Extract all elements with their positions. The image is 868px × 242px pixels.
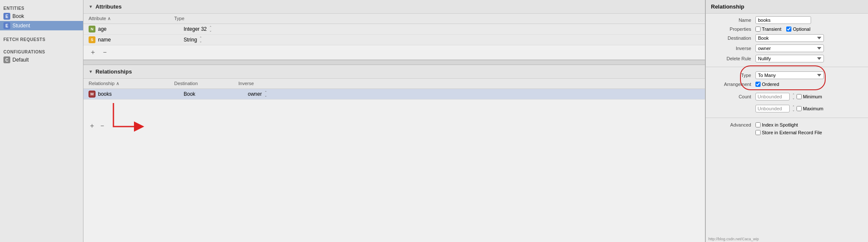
rel-col-inv-header: Inverse: [238, 81, 324, 86]
stepper-name[interactable]: ⌃⌄: [199, 36, 202, 43]
properties-label: Properties: [711, 27, 754, 32]
divider-2: [706, 118, 868, 118]
table-row[interactable]: S name String ⌃⌄: [83, 35, 705, 45]
transient-label-text: Transient: [762, 27, 781, 32]
remove-attribute-button[interactable]: －: [101, 48, 109, 57]
inverse-label: Inverse: [711, 46, 754, 51]
relationships-add-remove-bar: ＋ －: [89, 121, 106, 130]
advanced-label: Advanced: [711, 122, 754, 127]
destination-select[interactable]: Book: [755, 34, 824, 42]
center-panel: ▼ Attributes Attribute ∧ Type N age Inte…: [83, 0, 705, 242]
url-bar: http://blog.csdn.net/Caca_wip: [706, 236, 868, 242]
attr-name-type: String ⌃⌄: [184, 36, 700, 43]
s-attr-icon: S: [89, 36, 95, 43]
sidebar-item-book[interactable]: E Book: [0, 12, 83, 21]
count-label: Count: [711, 94, 754, 99]
destination-label: Destination: [711, 35, 754, 41]
attr-name-name: name: [98, 37, 184, 43]
count-min-stepper[interactable]: ⌃⌄: [792, 93, 795, 100]
arrow-area: ＋ －: [83, 100, 705, 134]
table-row[interactable]: N age Integer 32 ⌃⌄: [83, 24, 705, 35]
maximum-checkbox-label[interactable]: Maximum: [797, 106, 823, 111]
inverse-select[interactable]: owner: [755, 44, 824, 52]
rel-col-name-header: Relationship ∧: [89, 81, 174, 86]
remove-relationship-button[interactable]: －: [99, 121, 106, 130]
optional-checkbox[interactable]: [786, 27, 791, 32]
attributes-header-row: Attribute ∧ Type: [83, 14, 705, 24]
optional-checkbox-label[interactable]: Optional: [786, 27, 810, 32]
external-record-checkbox[interactable]: [755, 130, 761, 135]
sidebar: ENTITIES E Book E Student FETCH REQUESTS…: [0, 0, 83, 242]
minimum-checkbox-label[interactable]: Minimum: [797, 94, 822, 99]
add-attribute-button[interactable]: ＋: [89, 48, 97, 57]
attr-age-name: age: [98, 26, 184, 32]
ordered-checkbox[interactable]: [755, 82, 761, 87]
attributes-section-title: Attributes: [95, 3, 122, 10]
sidebar-item-default[interactable]: C Default: [0, 55, 83, 65]
m-rel-icon: M: [89, 91, 95, 97]
arrangement-value-cell: Ordered: [755, 82, 863, 87]
name-input[interactable]: [755, 16, 811, 24]
count-max-input[interactable]: [755, 105, 790, 112]
default-config-label: Default: [12, 57, 29, 63]
spotlight-cell: Index in Spotlight: [755, 122, 863, 127]
student-entity-icon: E: [3, 22, 10, 29]
destination-value-cell: Book: [755, 34, 863, 42]
attributes-add-remove-bar: ＋ －: [83, 45, 705, 60]
relationships-triangle-icon: ▼: [89, 69, 93, 74]
rel-books-dest: Book: [184, 91, 248, 97]
maximum-checkbox[interactable]: [797, 106, 802, 111]
inverse-value-cell: owner: [755, 44, 863, 52]
count-max-stepper[interactable]: ⌃⌄: [792, 105, 795, 112]
count-grid: Count ⌃⌄ Minimum ⌃⌄ Maximum: [706, 89, 868, 116]
external-record-label-text: Store in External Record File: [762, 130, 822, 135]
count-min-input[interactable]: [755, 93, 790, 100]
sidebar-item-student[interactable]: E Student: [0, 21, 83, 30]
right-panel: Relationship Name Properties Transient O…: [705, 0, 868, 242]
relationships-section-header[interactable]: ▼ Relationships: [83, 65, 705, 79]
external-record-checkbox-label[interactable]: Store in External Record File: [755, 130, 822, 135]
student-entity-label: Student: [12, 23, 30, 29]
default-config-icon: C: [3, 56, 10, 63]
delete-rule-select[interactable]: Nullify: [755, 55, 824, 62]
section-divider: [83, 60, 705, 65]
divider-1: [706, 67, 868, 67]
add-relationship-button[interactable]: ＋: [89, 121, 95, 130]
book-entity-label: Book: [12, 13, 24, 19]
attributes-table: Attribute ∧ Type N age Integer 32 ⌃⌄ S n…: [83, 14, 705, 45]
ordered-checkbox-label[interactable]: Ordered: [755, 82, 779, 87]
spotlight-checkbox[interactable]: [755, 122, 761, 127]
attributes-section-header[interactable]: ▼ Attributes: [83, 0, 705, 14]
configurations-section-title: CONFIGURATIONS: [0, 47, 83, 55]
relationships-section-title: Relationships: [95, 68, 132, 75]
properties-grid: Name Properties Transient Optional Desti…: [706, 14, 868, 65]
fetch-requests-section-title: FETCH REQUESTS: [0, 35, 83, 43]
delete-rule-label: Delete Rule: [711, 56, 754, 61]
rel-books-name: books: [98, 91, 184, 97]
entities-section-title: ENTITIES: [0, 3, 83, 12]
transient-checkbox[interactable]: [755, 27, 761, 32]
stepper-inverse[interactable]: ⌃⌄: [265, 91, 267, 97]
attributes-triangle-icon: ▼: [89, 4, 93, 9]
delete-rule-value-cell: Nullify: [755, 55, 863, 62]
count-row-2: ⌃⌄ Maximum: [755, 104, 863, 113]
type-select[interactable]: To Many To One: [755, 71, 824, 79]
type-label: Type: [711, 73, 754, 78]
advanced-grid: Advanced Index in Spotlight Store in Ext…: [706, 120, 868, 138]
transient-checkbox-label[interactable]: Transient: [755, 27, 781, 32]
stepper-age[interactable]: ⌃⌄: [209, 26, 212, 32]
optional-label-text: Optional: [793, 27, 810, 32]
name-value-cell: [755, 16, 863, 24]
rel-col-dest-header: Destination: [174, 81, 238, 86]
arrangement-label: Arrangement: [711, 82, 754, 87]
spotlight-checkbox-label[interactable]: Index in Spotlight: [755, 122, 798, 127]
type-arrangement-grid: Type To Many To One Arrangement Ordered: [706, 69, 868, 89]
properties-checkboxes: Transient Optional: [755, 27, 863, 32]
attr-col-type-header: Type: [174, 16, 700, 21]
attr-age-type: Integer 32 ⌃⌄: [184, 26, 700, 32]
red-arrow-indicator: [109, 103, 156, 133]
ordered-label-text: Ordered: [762, 82, 779, 87]
count-row-1: ⌃⌄ Minimum: [755, 92, 863, 101]
minimum-checkbox[interactable]: [797, 94, 802, 99]
table-row[interactable]: M books Book owner ⌃⌄: [83, 89, 705, 100]
